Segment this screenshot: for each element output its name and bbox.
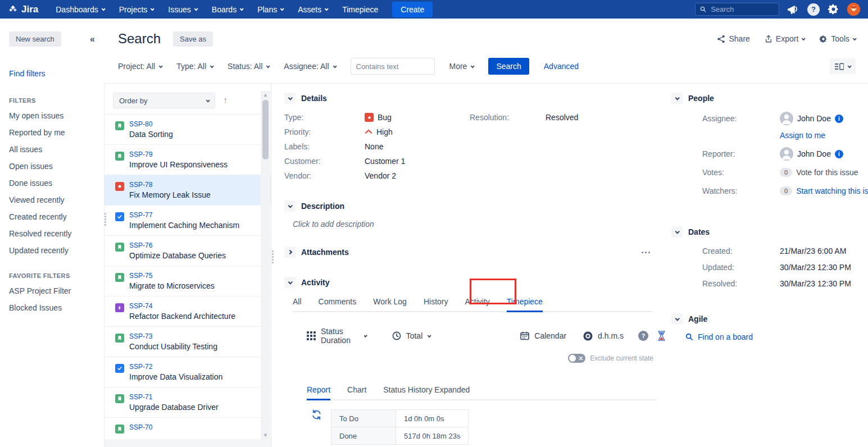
- tab-comments[interactable]: Comments: [319, 297, 357, 306]
- nav-plans[interactable]: Plans: [250, 0, 290, 19]
- help-button[interactable]: ?: [638, 331, 648, 341]
- tab-all[interactable]: All: [293, 297, 302, 306]
- new-search-button[interactable]: New search: [9, 31, 61, 47]
- settings-gear-icon[interactable]: [828, 3, 839, 15]
- type-filter-dropdown[interactable]: Type: All: [176, 62, 213, 71]
- collapse-chevron-icon[interactable]: [284, 277, 296, 288]
- sidebar-item-my-open-issues[interactable]: My open issues: [9, 107, 104, 124]
- issue-row-ssp-73[interactable]: SSP-73Conduct Usability Testing: [104, 326, 271, 357]
- scroll-down-icon[interactable]: ▼: [261, 431, 270, 439]
- collapse-chevron-icon[interactable]: [671, 313, 683, 325]
- expand-chevron-icon[interactable]: [284, 247, 296, 258]
- agile-section-header[interactable]: Agile: [671, 313, 868, 325]
- sidebar-item-created-recently[interactable]: Created recently: [9, 208, 104, 225]
- nav-dashboards[interactable]: Dashboards: [48, 0, 112, 19]
- find-on-board-link[interactable]: Find on a board: [698, 332, 753, 341]
- attachments-section-header[interactable]: Attachments: [284, 247, 349, 258]
- share-button[interactable]: Share: [717, 34, 749, 43]
- collapse-chevron-icon[interactable]: [671, 226, 683, 238]
- global-search-input[interactable]: [711, 5, 774, 13]
- export-button[interactable]: Export: [765, 34, 805, 43]
- nav-timepiece[interactable]: Timepiece: [335, 0, 385, 19]
- advanced-search-link[interactable]: Advanced: [544, 62, 579, 71]
- sidebar-item-reported-by-me[interactable]: Reported by me: [9, 124, 104, 141]
- people-section-header[interactable]: People: [671, 93, 868, 104]
- sidebar-item-done-issues[interactable]: Done issues: [9, 175, 104, 191]
- sidebar-item-all-issues[interactable]: All issues: [9, 141, 104, 158]
- tools-button[interactable]: Tools: [819, 34, 856, 43]
- calendar-button[interactable]: Calendar: [520, 331, 566, 340]
- issue-row-ssp-72[interactable]: SSP-72Improve Data Visualization: [104, 357, 271, 387]
- scroll-up-icon[interactable]: ▲: [261, 91, 270, 99]
- info-icon[interactable]: i: [835, 115, 843, 123]
- dates-section-header[interactable]: Dates: [671, 226, 868, 238]
- tab-activity[interactable]: Activity: [465, 297, 489, 306]
- search-button[interactable]: Search: [488, 58, 529, 75]
- assign-to-me-link[interactable]: Assign to me: [780, 131, 825, 140]
- issue-row-ssp-79[interactable]: SSP-79Improve UI Responsiveness: [104, 144, 271, 175]
- sort-direction-icon[interactable]: ↑: [223, 95, 228, 106]
- create-button[interactable]: Create: [392, 2, 433, 17]
- subtab-status-history-expanded[interactable]: Status History Expanded: [383, 385, 470, 394]
- nav-boards[interactable]: Boards: [204, 0, 250, 19]
- nav-projects[interactable]: Projects: [112, 0, 161, 19]
- tab-timepiece-active[interactable]: Timepiece: [507, 297, 543, 306]
- tab-history[interactable]: History: [424, 297, 448, 306]
- collapse-chevron-icon[interactable]: [284, 93, 296, 104]
- nav-assets[interactable]: Assets: [290, 0, 335, 19]
- sidebar-item-resolved-recently[interactable]: Resolved recently: [9, 225, 104, 242]
- global-search[interactable]: [695, 3, 779, 16]
- assignee-value[interactable]: John Doe i: [780, 112, 843, 125]
- sidebar-item-updated-recently[interactable]: Updated recently: [9, 242, 104, 259]
- help-icon[interactable]: ?: [807, 3, 820, 16]
- issue-row-ssp-74[interactable]: SSP-74Refactor Backend Architecture: [104, 296, 271, 326]
- user-avatar[interactable]: [847, 3, 860, 16]
- sidebar-item-viewed-recently[interactable]: Viewed recently: [9, 191, 104, 208]
- issue-row-ssp-77[interactable]: SSP-77Implement Caching Mechanism: [104, 205, 271, 235]
- time-units-button[interactable]: d.h.m.s: [583, 331, 624, 341]
- tab-work-log[interactable]: Work Log: [373, 297, 407, 306]
- issue-row-ssp-75[interactable]: SSP-75Migrate to Microservices: [104, 266, 271, 296]
- find-filters-link[interactable]: Find filters: [9, 69, 104, 78]
- project-filter-dropdown[interactable]: Project: All: [118, 62, 162, 71]
- vote-for-issue-link[interactable]: Vote for this issue: [796, 168, 858, 177]
- sidebar-item-blocked-issues[interactable]: Blocked Issues: [9, 299, 104, 316]
- more-filters-dropdown[interactable]: More: [449, 62, 474, 71]
- attachments-more-icon[interactable]: [642, 252, 650, 253]
- nav-issues[interactable]: Issues: [161, 0, 204, 19]
- contains-text-input[interactable]: [351, 58, 435, 75]
- refresh-icon[interactable]: [311, 409, 322, 420]
- assignee-filter-dropdown[interactable]: Assignee: All: [284, 62, 335, 71]
- collapse-chevron-icon[interactable]: [671, 93, 683, 104]
- details-section-header[interactable]: Details: [284, 93, 666, 104]
- order-by-dropdown[interactable]: Order by: [113, 93, 215, 108]
- collapse-sidebar-icon[interactable]: «: [90, 34, 95, 44]
- scrollbar-thumb[interactable]: [262, 100, 269, 159]
- activity-section-header[interactable]: Activity: [284, 277, 666, 288]
- sidebar-item-asp-project-filter[interactable]: ASP Project Filter: [9, 282, 104, 299]
- issue-row-ssp-71[interactable]: SSP-71Upgrade Database Driver: [104, 387, 271, 417]
- issue-list-scrollbar[interactable]: ▲ ▼: [261, 91, 270, 439]
- status-duration-dropdown[interactable]: Status Duration: [307, 327, 366, 345]
- collapse-chevron-icon[interactable]: [284, 200, 296, 212]
- status-filter-dropdown[interactable]: Status: All: [228, 62, 269, 71]
- subtab-report-active[interactable]: Report: [307, 385, 330, 394]
- issue-row-ssp-78-selected[interactable]: SSP-78Fix Memory Leak Issue: [104, 175, 271, 205]
- info-icon[interactable]: i: [835, 150, 843, 158]
- megaphone-icon[interactable]: [787, 4, 799, 15]
- sidebar-item-open-issues[interactable]: Open issues: [9, 158, 104, 175]
- add-description-placeholder[interactable]: Click to add description: [293, 220, 666, 229]
- description-section-header[interactable]: Description: [284, 200, 666, 212]
- issue-row-ssp-76[interactable]: SSP-76Optimize Database Queries: [104, 235, 271, 266]
- reporter-value[interactable]: John Doe i: [780, 147, 843, 161]
- save-as-button[interactable]: Save as: [173, 31, 213, 47]
- panel-drag-handle[interactable]: [104, 212, 107, 227]
- issue-row-ssp-80[interactable]: SSP-80Data Sorting: [104, 114, 271, 144]
- total-dropdown[interactable]: Total: [392, 331, 431, 340]
- hourglass-button[interactable]: [657, 331, 666, 341]
- start-watching-link[interactable]: Start watching this issue: [796, 186, 868, 195]
- view-layout-toggle[interactable]: [830, 58, 856, 74]
- exclude-current-state-toggle[interactable]: [568, 354, 585, 363]
- jira-logo[interactable]: Jira: [0, 4, 48, 15]
- subtab-chart[interactable]: Chart: [347, 385, 366, 394]
